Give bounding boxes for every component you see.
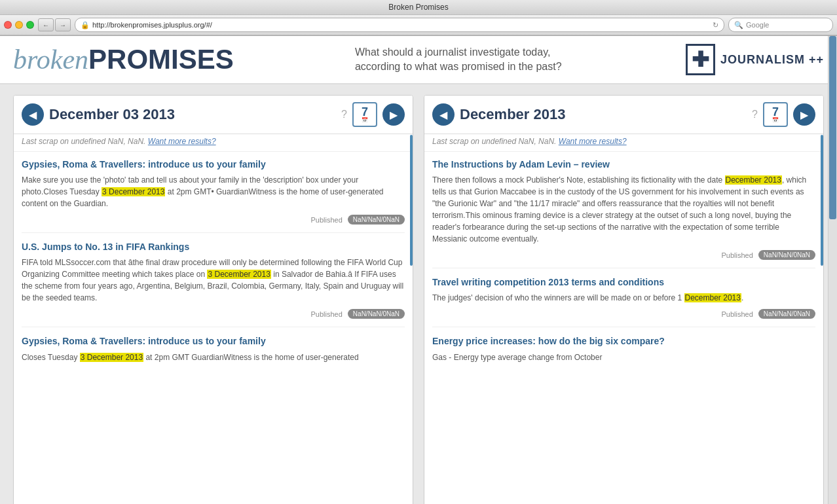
traffic-lights bbox=[4, 21, 34, 29]
logo-promises: PROMISES bbox=[88, 44, 234, 75]
left-subheader: Last scrap on undefined NaN, NaN. Want m… bbox=[14, 134, 413, 152]
right-subheader: Last scrap on undefined NaN, NaN. Want m… bbox=[424, 134, 823, 152]
scrollbar-thumb[interactable] bbox=[829, 36, 836, 219]
right-panel: ◀ December 2013 ? 7 📅 ▶ Last scrap on un… bbox=[424, 95, 824, 504]
left-next-button[interactable]: ▶ bbox=[382, 103, 405, 126]
left-article-3-body: Closes Tuesday 3 December 2013 at 2pm GM… bbox=[22, 351, 405, 363]
left-panel-header: ◀ December 03 2013 ? 7 📅 ▶ bbox=[14, 96, 413, 134]
left-want-more-link[interactable]: Want more results? bbox=[148, 137, 216, 146]
site-logo: brokenPROMISES bbox=[13, 44, 234, 75]
right-next-button[interactable]: ▶ bbox=[793, 103, 815, 126]
main-content: ◀ December 03 2013 ? 7 📅 ▶ Last scrap on… bbox=[0, 84, 837, 504]
search-icon: 🔍 bbox=[734, 21, 743, 29]
left-article-2-published: Published bbox=[311, 310, 343, 318]
right-article-3-body: Gas - Energy type average change from Oc… bbox=[432, 351, 815, 363]
right-date: December 2013 bbox=[460, 106, 747, 123]
left-help-icon[interactable]: ? bbox=[341, 109, 347, 120]
left-article-1-published: Published bbox=[311, 216, 343, 224]
left-article-1-footer: Published NaN/NaN/0NaN bbox=[22, 215, 405, 225]
security-icon: 🔒 bbox=[81, 21, 90, 29]
site-header: brokenPROMISES What should a journalist … bbox=[0, 36, 837, 84]
right-article-2: Travel writing competition 2013 terms an… bbox=[432, 276, 815, 327]
right-article-1-badge: NaN/NaN/0NaN bbox=[758, 250, 815, 260]
left-panel-body: Gypsies, Roma & Travellers: introduce us… bbox=[14, 152, 413, 504]
right-article-2-published: Published bbox=[722, 310, 753, 318]
right-want-more-link[interactable]: Want more results? bbox=[559, 137, 627, 146]
left-calendar-button[interactable]: 7 📅 bbox=[352, 102, 377, 127]
left-article-1-badge: NaN/NaN/0NaN bbox=[348, 215, 405, 225]
left-article-2-highlight: 3 December 2013 bbox=[207, 270, 270, 279]
back-button[interactable]: ← bbox=[38, 18, 54, 31]
left-article-2: U.S. Jumps to No. 13 in FIFA Rankings FI… bbox=[22, 241, 405, 327]
right-article-2-badge: NaN/NaN/0NaN bbox=[758, 309, 815, 319]
left-prev-button[interactable]: ◀ bbox=[22, 103, 44, 126]
journalism-label: JOURNALISM ++ bbox=[720, 53, 824, 67]
right-article-2-body: The judges' decision of who the winners … bbox=[432, 292, 815, 304]
left-article-3-title: Gypsies, Roma & Travellers: introduce us… bbox=[22, 335, 405, 347]
right-article-3: Energy price increases: how do the big s… bbox=[432, 335, 815, 376]
logo-broken: broken bbox=[13, 44, 88, 75]
left-date: December 03 2013 bbox=[49, 106, 336, 123]
right-article-1-body: There then follows a mock Publisher's No… bbox=[432, 174, 815, 245]
fullscreen-button[interactable] bbox=[26, 21, 34, 29]
site-tagline: What should a journalist investigate tod… bbox=[355, 45, 565, 75]
left-article-1: Gypsies, Roma & Travellers: introduce us… bbox=[22, 158, 405, 233]
browser-title: Broken Promises bbox=[0, 0, 837, 15]
left-article-1-title: Gypsies, Roma & Travellers: introduce us… bbox=[22, 158, 405, 170]
left-article-1-highlight: 3 December 2013 bbox=[102, 187, 165, 196]
left-panel: ◀ December 03 2013 ? 7 📅 ▶ Last scrap on… bbox=[13, 95, 413, 504]
left-article-1-body: Make sure you use the 'photo' tab and te… bbox=[22, 174, 405, 209]
close-button[interactable] bbox=[4, 21, 12, 29]
journalism-icon: ✚ bbox=[686, 44, 715, 75]
right-calendar-button[interactable]: 7 📅 bbox=[763, 102, 788, 127]
minimize-button[interactable] bbox=[15, 21, 23, 29]
right-article-2-title: Travel writing competition 2013 terms an… bbox=[432, 276, 815, 288]
right-article-1-published: Published bbox=[722, 251, 753, 259]
right-scroll-indicator bbox=[821, 135, 823, 266]
right-panel-header: ◀ December 2013 ? 7 📅 ▶ bbox=[424, 96, 823, 134]
right-article-1-footer: Published NaN/NaN/0NaN bbox=[432, 250, 815, 260]
right-prev-button[interactable]: ◀ bbox=[432, 103, 455, 126]
right-panel-body: The Instructions by Adam Levin – review … bbox=[424, 152, 823, 504]
left-article-2-body: FIFA told MLSsoccer.com that âthe final … bbox=[22, 257, 405, 304]
right-article-3-title: Energy price increases: how do the big s… bbox=[432, 335, 815, 347]
right-article-1: The Instructions by Adam Levin – review … bbox=[432, 158, 815, 268]
right-article-1-highlight: December 2013 bbox=[725, 175, 782, 185]
search-bar[interactable]: 🔍 Google bbox=[728, 18, 833, 32]
left-scroll-indicator bbox=[410, 135, 413, 266]
left-article-2-badge: NaN/NaN/0NaN bbox=[348, 309, 405, 319]
browser-scrollbar[interactable] bbox=[828, 36, 837, 504]
right-help-icon[interactable]: ? bbox=[752, 109, 758, 120]
journalism-logo: ✚ JOURNALISM ++ bbox=[686, 44, 824, 75]
forward-button[interactable]: → bbox=[55, 18, 71, 31]
right-article-2-highlight: December 2013 bbox=[684, 293, 741, 302]
left-article-2-footer: Published NaN/NaN/0NaN bbox=[22, 309, 405, 319]
refresh-button[interactable]: ↻ bbox=[713, 21, 718, 29]
address-bar[interactable]: 🔒 http://brokenpromises.jplusplus.org/#/… bbox=[75, 18, 724, 32]
right-article-1-title: The Instructions by Adam Levin – review bbox=[432, 158, 815, 170]
left-article-3: Gypsies, Roma & Travellers: introduce us… bbox=[22, 335, 405, 376]
left-article-3-highlight: 3 December 2013 bbox=[80, 353, 143, 362]
left-article-2-title: U.S. Jumps to No. 13 in FIFA Rankings bbox=[22, 241, 405, 253]
right-article-2-footer: Published NaN/NaN/0NaN bbox=[432, 309, 815, 319]
